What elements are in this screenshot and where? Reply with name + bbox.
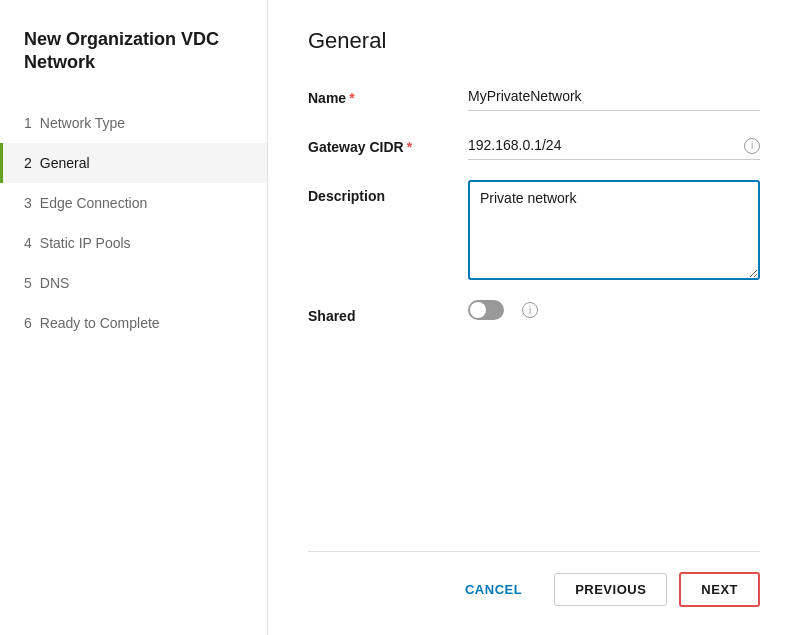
sidebar-item-network-type[interactable]: 1 Network Type [0,103,267,143]
next-button[interactable]: NEXT [679,572,760,607]
name-label: Name* [308,82,468,106]
footer: CANCEL PREVIOUS NEXT [308,551,760,607]
shared-row: Shared i [308,300,760,324]
page-title: General [308,28,760,54]
gateway-cidr-info-icon[interactable]: i [744,138,760,154]
previous-button[interactable]: PREVIOUS [554,573,667,606]
shared-label: Shared [308,300,468,324]
gateway-cidr-label: Gateway CIDR* [308,131,468,155]
step-num-6: 6 [24,315,32,331]
gateway-cidr-input[interactable] [468,131,760,160]
gateway-cidr-row: Gateway CIDR* i [308,131,760,160]
name-input[interactable] [468,82,760,111]
step-num-3: 3 [24,195,32,211]
description-wrap: Private network [468,180,760,280]
sidebar-item-label-general: General [40,155,90,171]
sidebar-item-label-ready-to-complete: Ready to Complete [40,315,160,331]
sidebar-title: New Organization VDC Network [0,28,267,103]
sidebar-item-label-static-ip-pools: Static IP Pools [40,235,131,251]
sidebar-item-label-network-type: Network Type [40,115,125,131]
name-input-wrap [468,82,760,111]
sidebar-item-general[interactable]: 2 General [0,143,267,183]
cancel-button[interactable]: CANCEL [445,574,542,605]
sidebar-item-edge-connection[interactable]: 3 Edge Connection [0,183,267,223]
sidebar-item-dns[interactable]: 5 DNS [0,263,267,303]
description-row: Description Private network [308,180,760,280]
step-num-5: 5 [24,275,32,291]
sidebar-item-label-edge-connection: Edge Connection [40,195,147,211]
sidebar-item-ready-to-complete[interactable]: 6 Ready to Complete [0,303,267,343]
shared-toggle[interactable] [468,300,504,320]
form-section: Name* Gateway CIDR* i Description Privat… [308,82,760,551]
gateway-cidr-wrap: i [468,131,760,160]
description-label: Description [308,180,468,204]
sidebar-item-label-dns: DNS [40,275,70,291]
shared-info-icon[interactable]: i [522,302,538,318]
description-textarea[interactable]: Private network [468,180,760,280]
sidebar-item-static-ip-pools[interactable]: 4 Static IP Pools [0,223,267,263]
toggle-thumb [470,302,486,318]
step-num-1: 1 [24,115,32,131]
step-num-4: 4 [24,235,32,251]
step-num-2: 2 [24,155,32,171]
shared-toggle-container: i [468,300,538,320]
main-content: General Name* Gateway CIDR* i Descriptio [268,0,800,635]
name-row: Name* [308,82,760,111]
sidebar: New Organization VDC Network 1 Network T… [0,0,268,635]
